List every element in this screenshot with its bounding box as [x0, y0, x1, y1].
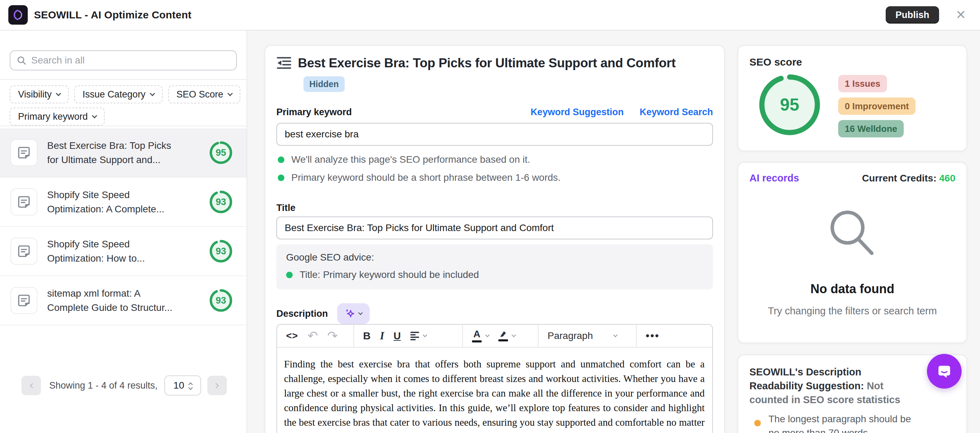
- toolbar-group-format: B I U: [354, 325, 463, 347]
- seo-score-heading: SEO score: [749, 56, 955, 68]
- chevron-down-icon: [512, 333, 516, 337]
- pagination: Showing 1 - 4 of 4 results, 10: [22, 376, 227, 396]
- filter-primary-keyword[interactable]: Primary keyword: [10, 108, 105, 126]
- content-editor-card: Best Exercise Bra: Top Picks for Ultimat…: [265, 45, 725, 433]
- outdent-icon: [276, 56, 292, 71]
- filter-seo-score[interactable]: SEO Score: [168, 85, 240, 103]
- improvement-badge: 0 Improvement: [838, 97, 915, 115]
- content-title-row: Best Exercise Bra: Top Picks for Ultimat…: [276, 56, 713, 71]
- credits-label: Current Credits: 460: [862, 173, 955, 184]
- text-color-icon[interactable]: A: [472, 329, 489, 342]
- toolbar-group-color: A: [463, 325, 539, 347]
- primary-keyword-input[interactable]: [276, 123, 713, 146]
- green-dot-icon: [278, 156, 284, 163]
- search-bar[interactable]: [10, 50, 237, 70]
- search-input[interactable]: [31, 55, 218, 66]
- score-ring: 93: [209, 289, 233, 312]
- redo-icon[interactable]: ↷: [327, 330, 338, 342]
- item-title: Shopify Site SpeedOptimization: How to..…: [47, 237, 198, 266]
- underline-icon[interactable]: U: [394, 330, 401, 342]
- issues-badge: 1 Issues: [838, 75, 887, 92]
- seo-score-badges: 1 Issues 0 Improvement 16 Welldone: [838, 75, 915, 137]
- credits-value: 460: [939, 173, 955, 183]
- editor-paragraph: Finding the best exercise bra that offer…: [284, 357, 705, 433]
- toolbar-group-history: <> ↶ ↷: [277, 325, 354, 347]
- chevron-down-icon: [613, 333, 617, 337]
- green-dot-icon: [286, 272, 293, 278]
- document-icon: [10, 287, 37, 314]
- document-icon: [10, 139, 37, 166]
- primary-keyword-label: Primary keyword: [276, 107, 352, 118]
- chat-widget-button[interactable]: [927, 354, 962, 388]
- ai-records-heading: AI records: [749, 172, 799, 184]
- empty-state-subtitle: Try changing the filters or search term: [749, 305, 955, 317]
- paragraph-style-select[interactable]: Paragraph: [547, 330, 617, 341]
- undo-icon[interactable]: ↶: [308, 330, 318, 342]
- sparkle-icon: [344, 308, 355, 319]
- chevron-down-icon: [358, 310, 363, 315]
- description-label: Description: [276, 309, 328, 319]
- ai-records-card: AI records Current Credits: 460 No data …: [738, 162, 967, 343]
- app-header: SEOWILL - AI Optimize Content Publish ✕: [0, 0, 980, 30]
- close-icon[interactable]: ✕: [956, 9, 966, 21]
- content-title: Best Exercise Bra: Top Picks for Ultimat…: [298, 56, 676, 70]
- results-list: Best Exercise Bra: Top Picksfor Ultimate…: [0, 128, 247, 325]
- page-size-select[interactable]: 10: [164, 376, 201, 396]
- advice-item: Title: Primary keyword should be include…: [286, 269, 703, 280]
- score-ring: 95: [209, 141, 233, 164]
- keyword-suggestion-link[interactable]: Keyword Suggestion: [531, 107, 624, 118]
- highlight-color-icon[interactable]: [498, 330, 515, 341]
- google-seo-advice-box: Google SEO advice: Title: Primary keywor…: [276, 244, 713, 289]
- italic-icon[interactable]: I: [380, 330, 384, 342]
- pagination-summary: Showing 1 - 4 of 4 results,: [49, 380, 158, 391]
- results-sidebar: Visibility Issue Category SEO Score Prim…: [0, 30, 247, 433]
- filter-chips: Visibility Issue Category SEO Score Prim…: [7, 83, 243, 128]
- publish-button[interactable]: Publish: [886, 6, 939, 24]
- chevron-right-icon: [213, 383, 219, 388]
- editor-content[interactable]: Finding the best exercise bra that offer…: [277, 348, 712, 433]
- description-editor: <> ↶ ↷ B I U: [276, 324, 713, 433]
- divider: [0, 79, 247, 80]
- toolbar-group-paragraph: Paragraph: [539, 325, 637, 347]
- list-item[interactable]: Shopify Site SpeedOptimization: How to..…: [0, 227, 247, 276]
- align-icon[interactable]: [410, 331, 426, 341]
- document-icon: [10, 238, 37, 265]
- chevron-down-icon: [92, 113, 97, 118]
- item-title: Shopify Site SpeedOptimization: A Comple…: [47, 188, 198, 216]
- chevron-down-icon: [423, 333, 427, 337]
- readability-item: The longest paragraph should be no more …: [749, 412, 955, 433]
- seo-score-card: SEO score 95 1 Issues 0 Improvement 16 W…: [738, 45, 967, 151]
- empty-state-icon-wrap: [749, 205, 955, 261]
- chevron-down-icon: [150, 91, 155, 96]
- chevron-down-icon: [56, 91, 61, 96]
- prev-page-button[interactable]: [22, 376, 41, 395]
- stepper-icon: [189, 382, 192, 389]
- chevron-down-icon: [227, 91, 233, 96]
- next-page-button[interactable]: [207, 376, 227, 395]
- ai-generate-button[interactable]: [337, 303, 370, 324]
- chat-bubble-icon: [935, 361, 954, 381]
- list-item[interactable]: Shopify Site SpeedOptimization: A Comple…: [0, 178, 247, 227]
- orange-dot-icon: [754, 420, 761, 427]
- title-input[interactable]: [276, 216, 713, 239]
- seo-score-value: 95: [759, 73, 821, 136]
- list-item[interactable]: Best Exercise Bra: Top Picksfor Ultimate…: [0, 128, 247, 178]
- keyword-hint: We'll analyze this page's SEO performanc…: [278, 154, 530, 165]
- toolbar-group-more: •••: [637, 325, 712, 347]
- filter-visibility[interactable]: Visibility: [10, 85, 68, 103]
- item-title: sitemap xml format: AComplete Guide to S…: [47, 286, 198, 315]
- magnifier-icon: [825, 205, 880, 261]
- code-view-icon[interactable]: <>: [286, 330, 298, 341]
- app-window: SEOWILL - AI Optimize Content Publish ✕ …: [0, 0, 980, 433]
- more-options-icon[interactable]: •••: [646, 330, 660, 342]
- divider: [0, 126, 247, 126]
- score-ring: 93: [209, 190, 233, 214]
- primary-keyword-row: Primary keyword Keyword Suggestion Keywo…: [276, 107, 713, 118]
- list-item[interactable]: sitemap xml format: AComplete Guide to S…: [0, 276, 247, 325]
- filter-issue-category[interactable]: Issue Category: [74, 85, 163, 103]
- readability-heading: SEOWILL's Description Readability Sugges…: [749, 365, 915, 407]
- title-field-label: Title: [276, 203, 296, 213]
- keyword-search-link[interactable]: Keyword Search: [640, 107, 713, 118]
- score-ring: 93: [209, 239, 233, 263]
- bold-icon[interactable]: B: [363, 330, 371, 342]
